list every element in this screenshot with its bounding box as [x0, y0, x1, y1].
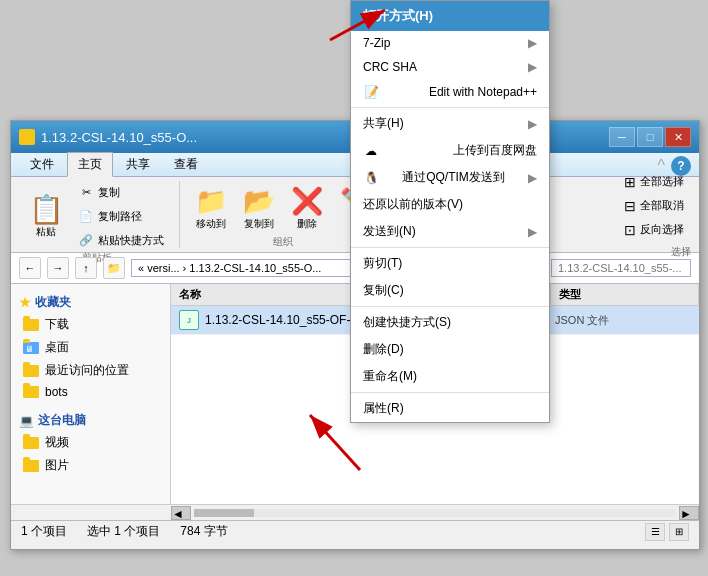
invert-select-button[interactable]: ⊡ 反向选择: [617, 219, 691, 241]
submenu-arrow: ▶: [528, 225, 537, 239]
sidebar-item-label: 最近访问的位置: [45, 362, 129, 379]
computer-header[interactable]: 💻 这台电脑: [15, 410, 166, 431]
menu-item-label: 通过QQ/TIM发送到: [402, 169, 505, 186]
sidebar-item-downloads[interactable]: 下载: [15, 313, 166, 336]
forward-button[interactable]: →: [47, 257, 69, 279]
menu-item-label: 属性(R): [363, 400, 404, 417]
tab-view[interactable]: 查看: [163, 152, 209, 176]
select-group: ⊞ 全部选择 ⊟ 全部取消 ⊡ 反向选择: [617, 171, 691, 241]
maximize-button[interactable]: □: [637, 127, 663, 147]
menu-separator-3: [351, 306, 549, 307]
title-bar-left: 1.13.2-CSL-14.10_s55-O...: [19, 129, 197, 145]
detail-view-button[interactable]: ⊞: [669, 523, 689, 541]
up-button[interactable]: ↑: [75, 257, 97, 279]
paste-shortcut-button[interactable]: 🔗 粘贴快捷方式: [71, 229, 171, 251]
sidebar-item-pictures[interactable]: 图片: [15, 454, 166, 477]
delete-button[interactable]: ❌ 删除: [284, 181, 330, 235]
menu-item-rename[interactable]: 重命名(M): [351, 363, 549, 390]
sidebar-item-videos[interactable]: 视频: [15, 431, 166, 454]
move-label: 移动到: [196, 217, 226, 231]
copy-to-label: 复制到: [244, 217, 274, 231]
close-button[interactable]: ✕: [665, 127, 691, 147]
menu-item-qq[interactable]: 🐧 通过QQ/TIM发送到 ▶: [351, 164, 549, 191]
select-all-label: 全部选择: [640, 174, 684, 189]
menu-item-7zip[interactable]: 7-Zip ▶: [351, 31, 549, 55]
menu-item-properties[interactable]: 属性(R): [351, 395, 549, 422]
paste-label: 粘贴: [36, 225, 56, 239]
tab-share[interactable]: 共享: [115, 152, 161, 176]
copy-to-button[interactable]: 📂 复制到: [236, 181, 282, 235]
select-all-button[interactable]: ⊞ 全部选择: [617, 171, 691, 193]
menu-item-label: CRC SHA: [363, 60, 417, 74]
scroll-left-btn[interactable]: ◄: [171, 506, 191, 520]
folder-pictures-icon: [23, 460, 39, 472]
menu-item-label: 7-Zip: [363, 36, 390, 50]
sidebar-item-desktop[interactable]: 🖥 桌面: [15, 336, 166, 359]
menu-item-label: 共享(H): [363, 115, 404, 132]
sidebar-item-label: 桌面: [45, 339, 69, 356]
copy-path-button[interactable]: 📄 复制路径: [71, 205, 171, 227]
select-none-label: 全部取消: [640, 198, 684, 213]
menu-item-sendto[interactable]: 发送到(N) ▶: [351, 218, 549, 245]
folder-icon: [23, 319, 39, 331]
submenu-arrow: ▶: [528, 171, 537, 185]
search-input[interactable]: [551, 259, 691, 277]
paste-shortcut-label: 粘贴快捷方式: [98, 233, 164, 248]
copy-to-icon: 📂: [243, 185, 275, 217]
sidebar-item-label: 视频: [45, 434, 69, 451]
menu-item-label: 发送到(N): [363, 223, 416, 240]
menu-header[interactable]: 打开方式(H): [351, 1, 549, 31]
menu-separator: [351, 107, 549, 108]
menu-item-restore[interactable]: 还原以前的版本(V): [351, 191, 549, 218]
menu-item-share[interactable]: 共享(H) ▶: [351, 110, 549, 137]
menu-separator-2: [351, 247, 549, 248]
sidebar: ★ 收藏夹 下载 🖥 桌面 最近访问的位置: [11, 284, 171, 504]
list-view-button[interactable]: ☰: [645, 523, 665, 541]
menu-item-delete[interactable]: 删除(D): [351, 336, 549, 363]
delete-label: 删除: [297, 217, 317, 231]
copy-path-label: 复制路径: [98, 209, 142, 224]
minimize-button[interactable]: ─: [609, 127, 635, 147]
menu-item-copy[interactable]: 复制(C): [351, 277, 549, 304]
sidebar-favorites: ★ 收藏夹 下载 🖥 桌面 最近访问的位置: [15, 292, 166, 402]
favorites-header[interactable]: ★ 收藏夹: [15, 292, 166, 313]
folder-videos-icon: [23, 437, 39, 449]
tab-file[interactable]: 文件: [19, 152, 65, 176]
tab-home[interactable]: 主页: [67, 152, 113, 177]
select-none-button[interactable]: ⊟ 全部取消: [617, 195, 691, 217]
scroll-thumb[interactable]: [194, 509, 254, 517]
window-title: 1.13.2-CSL-14.10_s55-O...: [41, 130, 197, 145]
menu-separator-4: [351, 392, 549, 393]
paste-button[interactable]: 📋 粘贴: [23, 189, 69, 243]
scroll-track[interactable]: [194, 509, 676, 517]
move-to-button[interactable]: 📁 移动到: [188, 181, 234, 235]
menu-item-create-shortcut[interactable]: 创建快捷方式(S): [351, 309, 549, 336]
notepad-icon: 📝: [363, 84, 379, 100]
star-icon: ★: [19, 295, 31, 310]
menu-item-crcsha[interactable]: CRC SHA ▶: [351, 55, 549, 79]
back-button[interactable]: ←: [19, 257, 41, 279]
submenu-arrow: ▶: [528, 60, 537, 74]
item-count: 1 个项目: [21, 523, 67, 540]
submenu-arrow: ▶: [528, 36, 537, 50]
col-type[interactable]: 类型: [551, 284, 699, 305]
computer-label: 这台电脑: [38, 412, 86, 429]
menu-item-baidu[interactable]: ☁ 上传到百度网盘: [351, 137, 549, 164]
clipboard-small-buttons: ✂ 复制 📄 复制路径 🔗 粘贴快捷方式: [71, 181, 171, 251]
file-size: 784 字节: [180, 523, 227, 540]
menu-item-notepad[interactable]: 📝 Edit with Notepad++: [351, 79, 549, 105]
sidebar-computer: 💻 这台电脑 视频 图片: [15, 410, 166, 477]
sidebar-item-label: 下载: [45, 316, 69, 333]
clipboard-actions: 📋 粘贴 ✂ 复制 📄 复制路径 🔗 粘贴快捷方式: [23, 181, 171, 251]
folder-icon-nav: 📁: [103, 257, 125, 279]
horizontal-scrollbar[interactable]: ◄ ►: [11, 504, 699, 520]
sidebar-item-bots[interactable]: bots: [15, 382, 166, 402]
sidebar-item-recent[interactable]: 最近访问的位置: [15, 359, 166, 382]
folder-recent-icon: [23, 365, 39, 377]
select-label: 选择: [671, 245, 691, 259]
menu-item-cut[interactable]: 剪切(T): [351, 250, 549, 277]
select-section: ⊞ 全部选择 ⊟ 全部取消 ⊡ 反向选择 选择: [617, 171, 691, 259]
scroll-right-btn[interactable]: ►: [679, 506, 699, 520]
computer-icon: 💻: [19, 414, 34, 428]
cut-button[interactable]: ✂ 复制: [71, 181, 171, 203]
